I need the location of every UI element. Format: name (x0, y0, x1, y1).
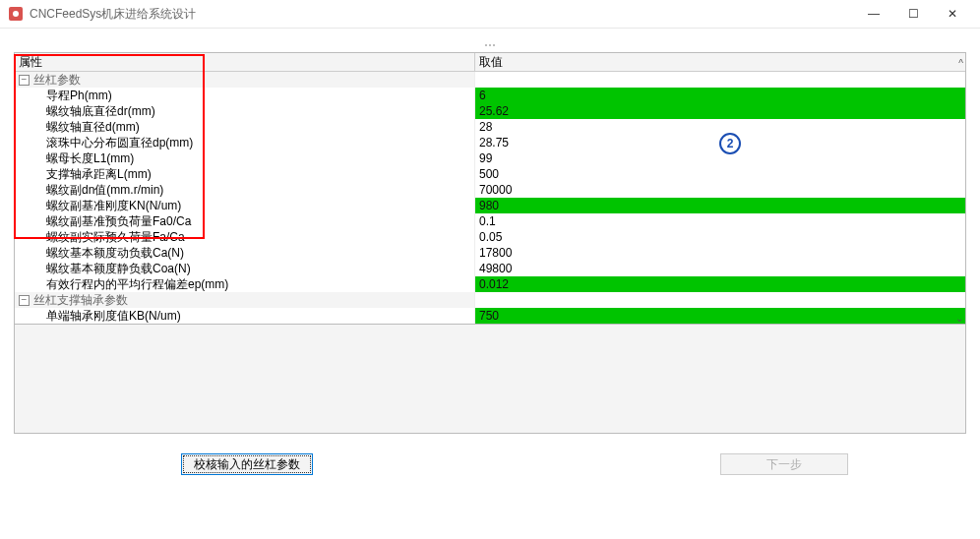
property-value[interactable]: 28 (475, 119, 965, 135)
app-icon (8, 6, 24, 22)
header-value: 取值 ^ (475, 53, 965, 71)
next-button[interactable]: 下一步 (720, 453, 848, 475)
property-row[interactable]: 螺纹副实际预久荷量Fa/Ca0.05 (15, 229, 965, 245)
close-button[interactable]: ✕ (933, 0, 972, 28)
property-row[interactable]: 支撑轴承距离L(mm)500 (15, 166, 965, 182)
property-label: 螺纹基本额度静负载Coa(N) (46, 261, 191, 276)
group-row[interactable]: −丝杠支撑轴承参数 (15, 292, 965, 308)
property-row[interactable]: 单端轴承刚度值KB(N/um)750 (15, 308, 965, 324)
collapse-icon[interactable]: − (19, 75, 30, 86)
property-label: 螺纹轴底直径dr(mm) (46, 103, 155, 119)
property-row[interactable]: 螺纹轴直径d(mm)28 (15, 119, 965, 135)
header-property: 属性 (15, 53, 475, 71)
property-row[interactable]: 螺纹副基准刚度KN(N/um)980 (15, 198, 965, 213)
property-row[interactable]: 螺母长度L1(mm)99 (15, 150, 965, 166)
property-label: 单端轴承刚度值KB(N/um) (46, 308, 181, 324)
svg-point-1 (13, 11, 19, 17)
title-bar: CNCFeedSys机床进给系统设计 — ☐ ✕ (0, 0, 980, 29)
property-row[interactable]: 螺纹基本额度动负载Ca(N)17800 (15, 245, 965, 261)
property-grid: 属性 取值 ^ 2 ⌄ −丝杠参数导程Ph(mm)6螺纹轴底直径dr(mm)25… (14, 52, 966, 434)
property-value[interactable]: 0.012 (475, 276, 965, 292)
check-params-button[interactable]: 校核输入的丝杠参数 (181, 453, 313, 475)
description-panel (15, 324, 965, 433)
property-label: 有效行程内的平均行程偏差ep(mm) (46, 276, 228, 292)
group-label: 丝杠支撑轴承参数 (33, 292, 128, 308)
scroll-down-icon[interactable]: ⌄ (955, 313, 963, 324)
annotation-2: 2 (719, 133, 741, 154)
property-label: 螺纹副dn值(mm.r/min) (46, 182, 163, 198)
group-label: 丝杠参数 (33, 72, 81, 88)
scroll-up-icon[interactable]: ^ (958, 55, 963, 73)
property-value[interactable]: 49800 (475, 261, 965, 276)
property-label: 螺纹副实际预久荷量Fa/Ca (46, 229, 185, 245)
property-row[interactable]: 滚珠中心分布圆直径dp(mm)28.75 (15, 135, 965, 150)
property-value[interactable]: 0.05 (475, 229, 965, 245)
property-value[interactable]: 980 (475, 198, 965, 213)
group-row[interactable]: −丝杠参数 (15, 72, 965, 88)
property-row[interactable]: 有效行程内的平均行程偏差ep(mm)0.012 (15, 276, 965, 292)
panel-handle-icon: ⋯ (14, 38, 966, 52)
property-row[interactable]: 螺纹基本额度静负载Coa(N)49800 (15, 261, 965, 276)
property-label: 螺纹基本额度动负载Ca(N) (46, 245, 184, 261)
property-value[interactable]: 99 (475, 150, 965, 166)
property-row[interactable]: 螺纹副基准预负荷量Fa0/Ca0.1 (15, 213, 965, 229)
property-value[interactable]: 25.62 (475, 103, 965, 119)
property-value[interactable]: 500 (475, 166, 965, 182)
property-label: 导程Ph(mm) (46, 88, 112, 103)
property-value[interactable]: 0.1 (475, 213, 965, 229)
property-label: 滚珠中心分布圆直径dp(mm) (46, 135, 193, 150)
property-value[interactable]: 6 (475, 88, 965, 103)
property-row[interactable]: 导程Ph(mm)6 (15, 88, 965, 103)
property-row[interactable]: 螺纹副dn值(mm.r/min)70000 (15, 182, 965, 198)
property-value[interactable]: 70000 (475, 182, 965, 198)
maximize-button[interactable]: ☐ (893, 0, 933, 28)
property-label: 螺纹副基准刚度KN(N/um) (46, 198, 181, 213)
property-label: 螺纹轴直径d(mm) (46, 119, 140, 135)
minimize-button[interactable]: — (854, 0, 893, 28)
window-title: CNCFeedSys机床进给系统设计 (30, 6, 854, 23)
property-row[interactable]: 螺纹轴底直径dr(mm)25.62 (15, 103, 965, 119)
property-label: 支撑轴承距离L(mm) (46, 166, 152, 182)
property-label: 螺母长度L1(mm) (46, 150, 134, 166)
property-value[interactable]: 750 (475, 308, 965, 324)
property-label: 螺纹副基准预负荷量Fa0/Ca (46, 213, 191, 229)
property-value[interactable]: 17800 (475, 245, 965, 261)
collapse-icon[interactable]: − (19, 295, 30, 306)
